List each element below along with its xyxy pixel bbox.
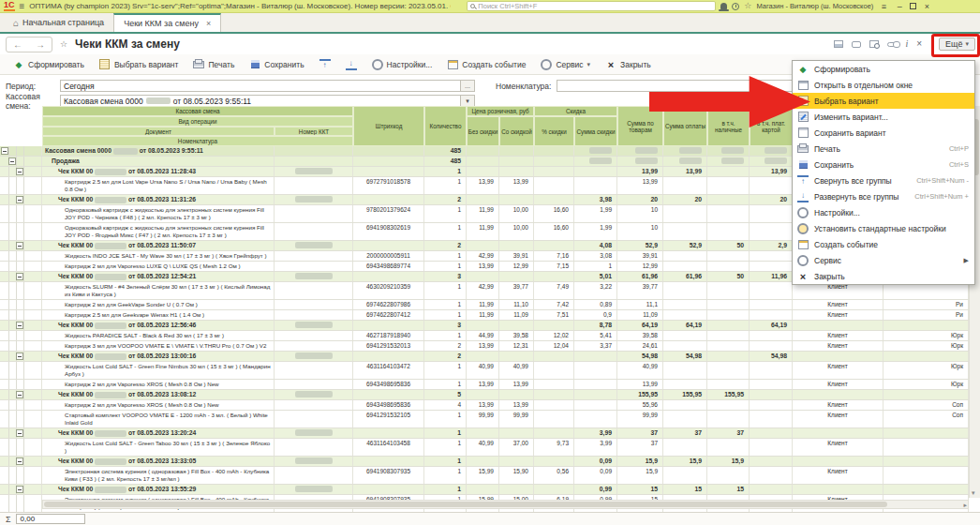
collapse-groups-button[interactable] [314,57,336,72]
header-price-no-discount: Без скидки [467,116,499,146]
collapse-expander[interactable] [16,352,23,360]
collapse-expander[interactable] [16,322,23,329]
report-row-item[interactable]: Жидкость Lost Cold SALT - Green Taboo 30… [0,439,969,457]
forward-arrow-icon[interactable]: → [29,38,52,52]
cell-client-type: Клиент [793,331,883,340]
menu-create-event[interactable]: Создать событие [793,236,974,252]
horizontal-scrollbar[interactable]: ▸ [42,500,969,509]
cell-quantity: 1 [424,205,467,222]
favorites-star-icon[interactable]: ☆ [744,2,751,10]
minimize-button[interactable]: – [894,2,905,11]
window-search-icon[interactable] [869,40,879,48]
scroll-down-icon[interactable]: ▾ [972,489,975,497]
sum-field[interactable]: 0,00 [16,514,85,524]
gear-icon [797,207,809,218]
collapse-expander[interactable] [16,458,23,465]
get-link-icon[interactable] [887,42,897,47]
form-close-icon[interactable]: × [916,39,922,49]
cell-document: Чек ККМ 00 от 08.05.2023 12:56:46 [42,321,275,330]
scroll-right-icon[interactable]: ▸ [963,501,967,509]
report-row-item[interactable]: Картридж 2.5 мл для Geekvape Wenax H1 ( … [0,310,969,321]
collapse-expander[interactable] [8,158,16,165]
collapse-expander[interactable] [16,273,23,280]
print-button[interactable]: Печать [187,57,240,72]
report-row-check[interactable]: Чек ККМ 00 от 08.05.2023 13:08:125155,95… [0,390,969,400]
service-button[interactable]: Сервис▾ [535,57,596,72]
menu-settings[interactable]: Настройки... [793,204,974,220]
collapse-expander[interactable] [16,196,23,203]
menu-select-variant[interactable]: Выбрать вариант [793,93,974,109]
menu-service[interactable]: Сервис▶ [793,252,974,268]
period-choose-button[interactable]: ... [461,80,475,92]
global-search-input[interactable]: Поиск Ctrl+Shift+F [467,1,716,11]
menu-save[interactable]: СохранитьCtrl+S [793,157,974,172]
collapse-expander[interactable] [16,168,23,175]
report-row-item[interactable]: Стартовый комплект VOOPOO VMATE E - 1200… [0,411,969,428]
tab-close-icon[interactable]: × [206,19,211,28]
page-favorite-star-icon[interactable]: ☆ [60,40,67,49]
menu-collapse-groups[interactable]: Свернуть все группыCtrl+Shift+Num - [793,172,974,188]
history-clock-icon[interactable] [732,3,739,10]
cell-card [750,282,793,299]
redacted-value [113,148,138,155]
report-row-item[interactable]: Картридж 2 мл для Vaporesso XROS ( Mesh … [0,400,969,411]
cell-p1 [467,352,499,361]
horizontal-scroll-thumb[interactable] [44,502,887,507]
cell-goods: 10 [617,205,663,222]
menu-close[interactable]: Закрыть [793,268,974,284]
report-row-item[interactable]: Картридж 3 мл для VOOPOO VMATE E \ VMATE… [0,341,969,352]
report-row-item[interactable]: Картридж 2 мл для GeekVape Sonder U ( 0.… [0,300,969,310]
collapse-expander[interactable] [16,391,23,398]
collapse-expander[interactable] [1,147,8,155]
select-variant-button[interactable]: Выбрать вариант [94,57,185,72]
menu-edit-variant[interactable]: Изменить вариант... [793,109,974,125]
maximize-button[interactable] [910,3,916,9]
expand-groups-button[interactable] [340,57,363,72]
row-gutter [0,495,42,512]
menu-print[interactable]: ПечатьCtrl+P [793,141,974,157]
info-icon[interactable]: i [905,39,908,49]
report-row-item[interactable]: Жидкость Lost Cold SALT - Green Fine Nim… [0,362,969,380]
report-view-icon[interactable] [834,40,843,48]
main-menu-icon[interactable]: ≡ [20,1,25,11]
report-row-check[interactable]: Чек ККМ 00 от 08.05.2023 13:33:0510,0915… [0,457,969,467]
cell-cash [707,362,750,379]
more-button[interactable]: Ещё ▾ [939,38,975,51]
collapse-expander[interactable] [16,242,23,249]
report-row-check[interactable]: Чек ККМ 00 от 08.05.2023 13:55:2910,9915… [0,485,969,495]
collapse-expander[interactable] [16,486,23,493]
toolbar-settings-icon[interactable]: ≡ [878,2,889,11]
cell-p2: 13,99 [499,400,534,410]
report-row-item[interactable]: Жидкость PARADICE SALT - Black & Red 30 … [0,331,969,341]
generate-button[interactable]: Сформировать [7,57,90,72]
collapse-expander[interactable] [16,429,23,437]
report-row-check[interactable]: Чек ККМ 00 от 08.05.2023 12:56:4638,7864… [0,321,969,331]
report-row-check[interactable]: Чек ККМ 00 от 08.05.2023 13:00:16254,985… [0,352,969,362]
discussion-icon[interactable] [852,41,861,48]
cell-pay [663,146,707,156]
close-report-button[interactable]: Закрыть [600,57,657,72]
report-row-check[interactable]: Чек ККМ 00 от 08.05.2023 13:20:2413,9937… [0,428,969,439]
period-field[interactable]: Сегодня [60,80,461,92]
menu-open-window[interactable]: Открыть в отдельном окне [793,77,974,93]
settings-button[interactable]: Настройки... [366,57,438,72]
back-arrow-icon[interactable]: ← [7,38,29,52]
menu-expand-groups[interactable]: Развернуть все группыCtrl+Shift+Num + [793,188,974,204]
report-row-item[interactable]: Электронная система курения ( одноразова… [0,467,969,485]
create-event-button[interactable]: Создать событие [441,57,531,72]
menu-generate[interactable]: Сформировать [793,61,974,77]
save-button[interactable]: Сохранить [244,57,309,72]
close-window-button[interactable]: × [921,2,932,11]
cell-cash [707,177,750,194]
tab-home[interactable]: ⌂ Начальная страница [4,13,113,32]
menu-save-variant[interactable]: Сохранить вариант [793,125,974,141]
tab-kkm-receipts[interactable]: Чеки ККМ за смену × [113,13,221,32]
menu-default-settings[interactable]: Установить стандартные настройки [793,220,974,236]
cell-goods: 40,99 [617,362,663,379]
cell-barcode: 6943498695836 [353,400,424,410]
1c-logo-icon: 1С [4,1,15,11]
notifications-bell-icon[interactable] [720,3,727,9]
cell-document: Картридж 2 мл для Vaporesso LUXE Q \ LUX… [42,262,275,271]
cell-goods: 61,96 [617,272,663,281]
report-row-item[interactable]: Картридж 2 мл для Vaporesso XROS ( Mesh … [0,380,969,390]
